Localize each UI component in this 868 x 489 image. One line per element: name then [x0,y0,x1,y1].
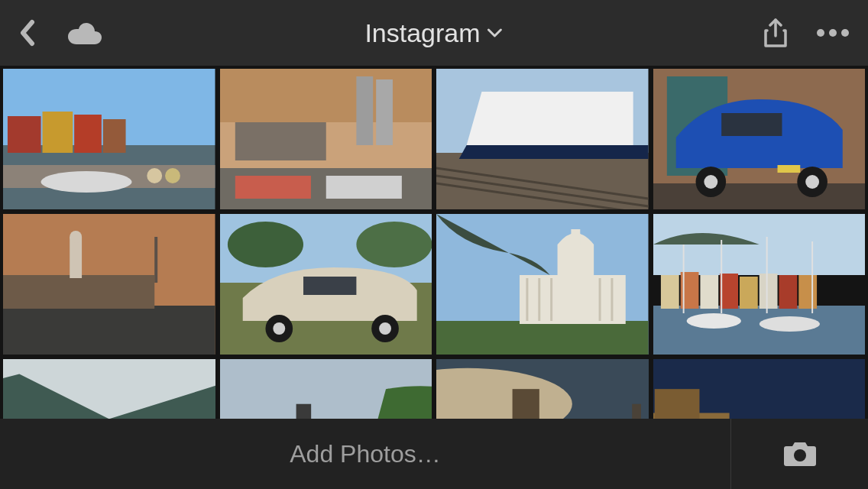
svg-point-44 [227,222,303,267]
svg-point-91 [794,449,806,461]
footer-bar: Add Photos… [0,419,868,489]
header-right [763,18,850,48]
svg-point-49 [273,322,285,335]
photo-thumb[interactable] [436,214,649,355]
svg-rect-38 [3,275,154,309]
svg-point-12 [147,168,162,183]
photo-green-hill-statue [220,359,432,419]
header-left [18,19,102,47]
svg-rect-39 [70,237,82,278]
svg-rect-30 [721,113,782,136]
photo-river-skyline [220,69,432,209]
svg-point-13 [165,168,180,183]
svg-rect-35 [777,165,800,173]
collection-title: Instagram [364,18,480,48]
svg-rect-28 [653,183,866,209]
more-icon [816,28,850,37]
svg-rect-90 [654,389,699,419]
photo-thumb[interactable] [653,69,866,209]
svg-rect-7 [43,112,73,153]
camera-button[interactable] [730,419,868,489]
svg-point-45 [356,222,432,267]
svg-rect-85 [632,404,641,419]
svg-rect-21 [326,176,401,199]
svg-rect-18 [235,122,326,160]
svg-rect-46 [303,277,356,295]
svg-point-34 [805,175,819,189]
photo-thumb[interactable] [220,69,432,209]
svg-rect-15 [220,69,432,122]
photo-fortress-sunset [3,214,215,355]
photo-blue-vintage-car [653,69,866,209]
svg-point-50 [379,322,391,335]
app-root: Instagram [0,0,868,489]
photo-thumb[interactable] [3,214,215,355]
photo-marina-town [653,214,866,355]
svg-point-33 [704,175,717,189]
svg-point-11 [41,171,132,193]
svg-point-40 [70,231,82,243]
add-photos-label: Add Photos… [290,440,440,468]
add-photos-button[interactable]: Add Photos… [0,419,730,489]
svg-rect-53 [520,275,626,324]
collection-title-button[interactable]: Instagram [364,18,503,48]
photo-cruise-ship [436,69,649,209]
header-bar: Instagram [0,0,868,66]
svg-rect-67 [759,274,777,309]
svg-point-75 [759,316,819,332]
svg-rect-37 [3,306,215,355]
svg-rect-68 [779,275,797,309]
photo-harbor-houses [3,69,215,209]
svg-rect-66 [739,277,757,309]
svg-rect-52 [436,321,649,355]
svg-rect-64 [700,275,718,309]
cloud-icon [66,21,102,45]
svg-rect-20 [235,176,310,199]
svg-rect-65 [720,274,738,309]
chevron-left-icon [18,19,35,47]
svg-rect-6 [8,116,41,153]
photo-thumb[interactable] [220,214,432,355]
svg-rect-61 [653,306,866,355]
photo-thumb[interactable] [220,359,432,419]
camera-icon [783,440,817,468]
photo-dusk-building [653,359,866,419]
svg-rect-69 [798,275,817,309]
svg-rect-84 [513,389,539,419]
photo-thumb[interactable] [436,69,649,209]
photo-thumb[interactable] [3,359,215,419]
photo-capitol-building [436,214,649,355]
svg-rect-17 [376,79,393,145]
svg-rect-41 [154,237,157,283]
svg-point-3 [841,29,849,37]
svg-rect-9 [103,119,126,153]
svg-point-1 [817,29,824,37]
photo-church-evening [436,359,649,419]
share-icon [763,18,789,48]
svg-rect-79 [296,404,311,419]
more-button[interactable] [816,28,850,37]
photo-thumb[interactable] [3,69,215,209]
svg-rect-16 [356,76,373,145]
svg-rect-8 [74,115,102,153]
photo-thumb[interactable] [653,214,866,355]
photo-thumb[interactable] [436,359,649,419]
share-button[interactable] [763,18,789,48]
svg-rect-54 [571,229,580,244]
photo-white-classic-car [220,214,432,355]
photo-mountain-fjord [3,359,215,419]
photo-grid [0,66,868,419]
chevron-down-icon [487,28,504,38]
cloud-sync-button[interactable] [66,21,102,45]
svg-point-2 [829,29,837,37]
back-button[interactable] [18,19,35,47]
photo-thumb[interactable] [653,359,866,419]
svg-point-74 [686,313,740,329]
svg-rect-62 [660,275,679,309]
